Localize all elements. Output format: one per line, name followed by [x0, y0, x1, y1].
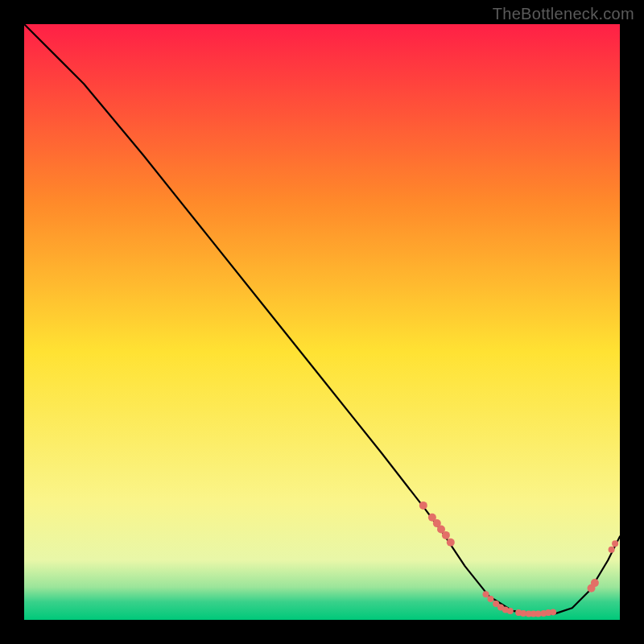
data-point	[507, 608, 514, 614]
watermark-text: TheBottleneck.com	[493, 5, 634, 23]
data-point	[609, 547, 615, 553]
data-point	[442, 531, 450, 539]
data-point	[419, 502, 427, 510]
data-point	[487, 596, 493, 602]
chart-plot	[24, 24, 620, 620]
data-point	[612, 540, 618, 547]
chart-frame: TheBottleneck.com	[0, 0, 644, 644]
data-point	[591, 579, 599, 587]
data-point	[447, 539, 455, 547]
data-markers	[24, 24, 620, 620]
data-point	[483, 591, 489, 597]
data-point	[550, 609, 556, 615]
